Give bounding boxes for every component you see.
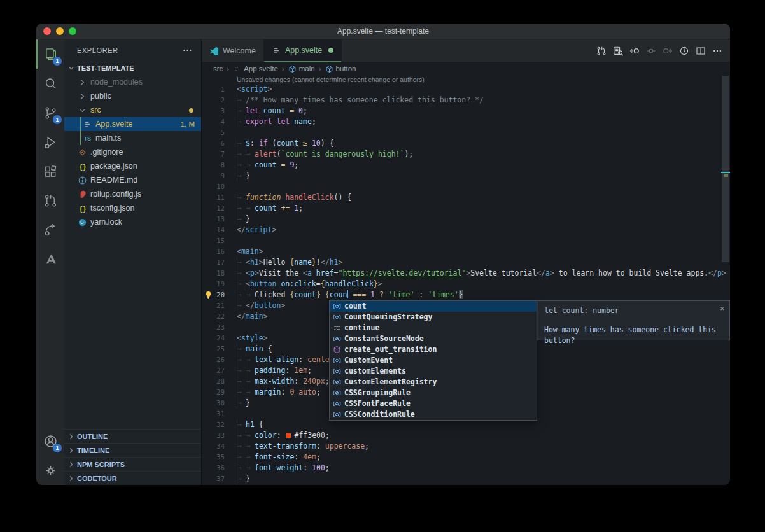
code-line[interactable]: 10 [202, 181, 730, 192]
code-token: : [316, 442, 325, 451]
sidebar-section-timeline[interactable]: TIMELINE [64, 443, 201, 457]
code-line[interactable]: 18→<p>Visit the <a href="https://svelte.… [202, 268, 730, 279]
breadcrumb-item-main[interactable]: main [288, 65, 315, 73]
line-content: →} [225, 171, 250, 181]
code-line[interactable]: 13→} [202, 214, 730, 225]
line-content: →export let name; [225, 116, 316, 127]
activity-bar-item-live-share[interactable] [36, 215, 64, 244]
tree-item-src[interactable]: src [64, 103, 201, 117]
suggestion-item-CustomEvent[interactable]: CustomEvent [330, 355, 537, 366]
code-line[interactable]: 6→$: if (count ≥ 10) { [202, 138, 730, 149]
close-window-button[interactable] [43, 27, 51, 35]
indent-marker: → [246, 203, 255, 214]
tree-item-rollup.config.js[interactable]: rollup.config.js [64, 187, 201, 201]
suggestion-item-CountQueuingStrategy[interactable]: CountQueuingStrategy [330, 312, 537, 323]
sidebar-section-npm-scripts[interactable]: NPM SCRIPTS [64, 457, 201, 471]
code-line[interactable]: 15 [202, 235, 730, 246]
breadcrumb-item-App.svelte[interactable]: App.svelte [233, 65, 278, 73]
activity-bar-item-accounts[interactable]: 1 [36, 426, 64, 456]
suggestion-item-customElements[interactable]: customElements [330, 366, 537, 377]
sidebar-section-codetour[interactable]: CODETOUR [64, 471, 201, 485]
sidebar-more-actions-button[interactable]: ⋯ [182, 47, 192, 53]
suggestion-item-CSSConditionRule[interactable]: CSSConditionRule [330, 409, 537, 420]
code-line[interactable]: 11→function handleClick() { [202, 192, 730, 203]
tree-item-public[interactable]: public [64, 89, 201, 103]
code-editor[interactable]: Unsaved changes (cannot determine recent… [202, 76, 730, 485]
suggestion-item-ConstantSourceNode[interactable]: ConstantSourceNode [330, 333, 537, 344]
tree-item-main.ts[interactable]: TSmain.ts [64, 131, 201, 145]
navigate-forward-action[interactable] [663, 46, 673, 56]
code-line[interactable]: 2→/** How many times has someone clicked… [202, 95, 730, 106]
compare-changes-action[interactable] [596, 46, 607, 56]
code-line[interactable]: 16<main> [202, 246, 730, 257]
code-line[interactable]: 34→→text-transform: uppercase; [202, 441, 730, 452]
activity-bar-item-source-control[interactable]: 1 [36, 98, 64, 127]
code-line[interactable]: 4→export let name; [202, 116, 730, 127]
suggestion-item-CSSGroupingRule[interactable]: CSSGroupingRule [330, 388, 537, 398]
file-label: public [90, 92, 111, 101]
run-timings-action[interactable] [679, 46, 689, 56]
code-line[interactable]: 1<script> [202, 84, 730, 95]
folder-section-header[interactable]: TEST-TEMPLATE [64, 61, 201, 75]
suggestion-item-count[interactable]: count [330, 301, 537, 312]
more-actions-action[interactable] [712, 46, 722, 56]
quick-fix-lightbulb-icon[interactable] [204, 290, 213, 300]
code-token: : [277, 431, 286, 440]
split-editor-action[interactable] [696, 46, 706, 56]
navigate-back-action[interactable] [629, 46, 640, 56]
code-token: button [250, 279, 277, 288]
tree-item-node_modules[interactable]: node_modules [64, 75, 201, 89]
code-line[interactable]: 19→<button on:click={handleClick}> [202, 279, 730, 290]
code-line[interactable]: 20→→Clicked {count} {coun === 1 ? 'time'… [202, 290, 730, 300]
current-position-action[interactable] [646, 46, 656, 56]
suggestion-item-CustomElementRegistry[interactable]: CustomElementRegistry [330, 377, 537, 388]
scrollbar-slider[interactable] [722, 76, 729, 262]
titlebar[interactable]: App.svelte — test-template [36, 24, 730, 39]
code-line[interactable]: 5 [202, 127, 730, 138]
tree-item-package.json[interactable]: {}package.json [64, 159, 201, 173]
activity-bar-item-explorer[interactable]: 1 [36, 39, 64, 69]
tab-App.svelte[interactable]: App.svelte [264, 39, 342, 62]
tree-item-tsconfig.json[interactable]: {}tsconfig.json [64, 201, 201, 215]
code-line[interactable]: 8→→count = 9; [202, 160, 730, 171]
tree-item-App.svelte[interactable]: App.svelte1, M [64, 117, 201, 131]
code-line[interactable]: 14</script> [202, 225, 730, 235]
svelte-icon [233, 65, 241, 73]
activity-bar-item-github-pull-requests[interactable] [36, 186, 64, 215]
code-line[interactable]: 17→<h1>Hello {name}!</h1> [202, 257, 730, 268]
tab-Welcome[interactable]: Welcome [202, 39, 264, 62]
sym-var-icon [333, 389, 341, 397]
code-line[interactable]: 32→h1 { [202, 419, 730, 430]
activity-bar-item-azure[interactable] [36, 244, 64, 274]
activity-bar-item-run-debug[interactable] [36, 127, 64, 157]
code-line[interactable]: 36→→font-weight: 100; [202, 463, 730, 473]
activity-bar-item-extensions[interactable] [36, 157, 64, 186]
code-line[interactable]: 35→→font-size: 4em; [202, 452, 730, 463]
code-line[interactable]: 37→} [202, 473, 730, 484]
code-line[interactable]: 7→→alert(`count is dangerously high!`); [202, 149, 730, 160]
tree-item-.gitignore[interactable]: .gitignore [64, 145, 201, 159]
suggestion-item-CSSFontFaceRule[interactable]: CSSFontFaceRule [330, 398, 537, 409]
breadcrumb-item-src[interactable]: src [213, 65, 223, 73]
activity-bar-item-search[interactable] [36, 69, 64, 98]
modified-indicator [328, 48, 333, 53]
minimize-window-button[interactable] [56, 27, 64, 35]
codelens-annotation[interactable]: Unsaved changes (cannot determine recent… [202, 76, 730, 84]
close-icon[interactable]: ✕ [720, 303, 724, 314]
tree-item-yarn.lock[interactable]: yarn.lock [64, 215, 201, 229]
code-line[interactable]: 9→} [202, 171, 730, 181]
activity-bar-item-settings[interactable] [36, 456, 64, 485]
open-preview-action[interactable] [613, 46, 623, 56]
zoom-window-button[interactable] [69, 27, 76, 35]
code-line[interactable]: 12→→count += 1; [202, 203, 730, 214]
breadcrumb-item-button[interactable]: button [325, 65, 356, 73]
suggestion-item-continue[interactable]: continue [330, 323, 537, 333]
ext24-icon [43, 164, 58, 179]
tree-item-README.md[interactable]: README.md [64, 173, 201, 187]
editor-scrollbar[interactable] [721, 76, 730, 485]
code-line[interactable]: 33→→color: #ff3e00; [202, 430, 730, 441]
sidebar-section-outline[interactable]: OUTLINE [64, 429, 201, 443]
suggestion-item-create_out_transition[interactable]: create_out_transition [330, 344, 537, 355]
line-content: →<p>Visit the <a href="https://svelte.de… [225, 268, 726, 279]
code-line[interactable]: 3→let count = 0; [202, 106, 730, 116]
